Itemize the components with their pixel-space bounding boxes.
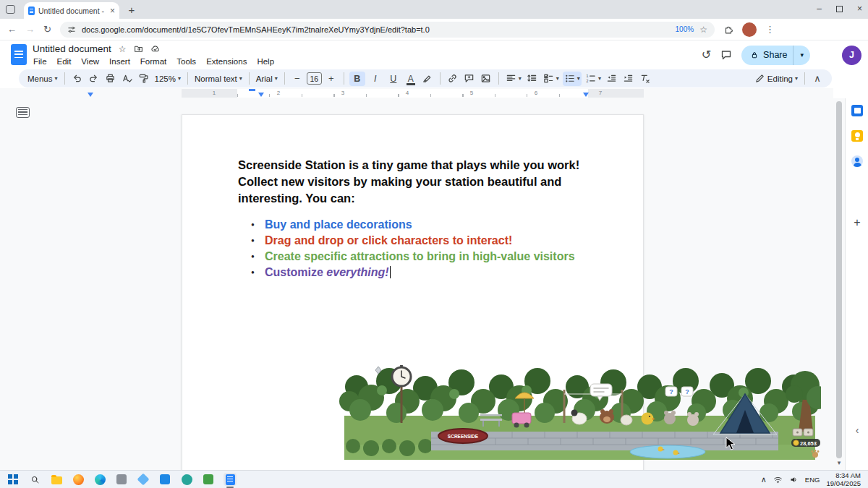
window-minimize-button[interactable]: – [817,4,822,14]
scrollbar[interactable]: ▾ [833,98,845,470]
bold-button[interactable]: B [349,72,365,86]
heading-line[interactable]: Collect new visitors by making your stat… [238,174,603,190]
back-button[interactable]: ← [7,25,17,34]
window-maximize-button[interactable] [836,6,843,12]
left-indent-marker[interactable] [258,93,264,97]
underline-button[interactable]: U [386,72,401,86]
comment-history-icon[interactable] [720,49,732,61]
undo-button[interactable] [70,72,85,86]
clear-formatting-button[interactable] [638,72,652,86]
italic-button[interactable]: I [367,72,383,86]
font-size-input[interactable]: 16 [307,72,322,85]
firefox-icon[interactable] [72,473,85,486]
app-icon-photos[interactable] [137,473,150,486]
insert-image-button[interactable] [479,72,493,86]
list-item[interactable]: Create specific attractions to bring in … [238,249,603,265]
menu-help[interactable]: Help [252,56,279,67]
docs-window-icon[interactable] [224,473,237,486]
account-avatar[interactable]: J [842,46,861,65]
increase-indent-button[interactable] [621,72,636,86]
volume-icon[interactable] [789,475,799,484]
increase-font-size-button[interactable]: + [324,72,339,86]
menu-view[interactable]: View [76,56,104,67]
ruler[interactable]: 1 2 3 4 5 6 7 [0,88,833,98]
decrease-font-size-button[interactable]: − [290,72,305,86]
numbered-list-button[interactable]: ▾ [584,72,603,86]
edge-icon[interactable] [93,473,106,486]
tray-chevron-icon[interactable]: ∧ [761,476,767,484]
menu-file[interactable]: File [28,56,52,67]
app-icon-sheets[interactable] [202,473,215,486]
version-history-icon[interactable]: ↺ [702,49,711,61]
app-icon-maps[interactable] [180,473,193,486]
list-item[interactable]: Buy and place decorations [238,217,603,233]
url-omnibox[interactable]: docs.google.com/document/d/1e5C7OfevTmEM… [60,22,715,38]
reload-button[interactable]: ↻ [43,25,51,34]
hide-menus-button[interactable]: ∧ [810,72,825,86]
bookmark-star-icon[interactable]: ☆ [699,25,707,35]
gemini-icon[interactable] [820,48,833,61]
language-indicator[interactable]: ENG [805,476,820,484]
document-outline-button[interactable] [16,107,30,118]
menu-extensions[interactable]: Extensions [201,56,252,67]
document-text[interactable]: Screenside Station is a tiny game that p… [238,157,603,281]
menu-insert[interactable]: Insert [104,56,135,67]
contacts-icon[interactable] [851,155,864,168]
show-side-panel-icon[interactable]: ‹ [851,424,864,437]
tab-stop-marker[interactable] [88,93,93,97]
maps-icon[interactable] [851,180,864,193]
add-comment-button[interactable] [462,72,477,86]
scrollbar-thumb[interactable] [836,101,842,458]
browser-profile-avatar[interactable] [742,22,757,37]
tab-search-icon[interactable] [6,5,15,14]
text-color-button[interactable]: A [404,72,418,86]
taskbar-search-button[interactable] [28,473,41,486]
forward-button[interactable]: → [25,25,35,34]
menu-edit[interactable]: Edit [52,56,77,67]
docs-logo-icon[interactable] [11,44,27,65]
editing-mode-button[interactable]: Editing▾ [753,72,799,86]
redo-button[interactable] [87,72,101,86]
share-dropdown-icon[interactable]: ▾ [793,51,810,59]
highlight-color-button[interactable] [420,72,435,86]
share-button[interactable]: Share ▾ [741,46,810,65]
menus-button[interactable]: Menus▾ [26,72,59,86]
new-tab-button[interactable]: + [125,3,138,16]
font-select[interactable]: Arial▾ [255,72,279,86]
calendar-icon[interactable] [851,104,864,117]
star-document-icon[interactable]: ☆ [119,45,127,53]
list-item[interactable]: Customize everything! [238,265,603,281]
paint-format-button[interactable] [137,72,151,86]
keep-icon[interactable] [851,129,864,142]
editor-canvas[interactable]: Screenside Station is a tiny game that p… [0,98,833,470]
start-button[interactable] [7,473,20,486]
heading-line[interactable]: interesting. You can: [238,190,603,207]
list-item[interactable]: Drag and drop or click characters to int… [238,233,603,249]
browser-zoom-indicator[interactable]: 100% [676,25,694,33]
browser-menu-icon[interactable]: ⋮ [765,25,775,34]
zoom-select[interactable]: 125%▾ [153,72,182,86]
move-folder-icon[interactable] [134,44,143,53]
menu-tools[interactable]: Tools [171,56,201,67]
inline-image[interactable]: SCREENSIDE [339,365,821,460]
add-addon-button[interactable]: + [851,216,864,229]
line-spacing-button[interactable] [525,72,540,86]
bulleted-list-button[interactable]: ▾ [563,72,582,86]
decrease-indent-button[interactable] [605,72,619,86]
checklist-button[interactable]: ▾ [542,72,561,86]
clock[interactable]: 8:34 AM 19/04/2025 [826,471,861,487]
right-indent-marker[interactable] [583,93,589,97]
browser-tab[interactable]: Untitled document - Google Do × [24,2,119,19]
heading-line[interactable]: Screenside Station is a tiny game that p… [238,157,603,174]
print-button[interactable] [103,72,118,86]
file-explorer-icon[interactable] [50,473,63,486]
scroll-down-icon[interactable]: ▾ [833,459,845,466]
app-icon-settings[interactable] [115,473,128,486]
insert-link-button[interactable] [446,72,460,86]
window-close-button[interactable]: × [857,4,862,14]
app-icon-store[interactable] [158,473,171,486]
bulleted-list[interactable]: Buy and place decorations Drag and drop … [238,217,603,281]
spellcheck-button[interactable] [120,72,135,86]
site-settings-icon[interactable] [67,25,76,34]
wifi-icon[interactable] [773,475,783,484]
